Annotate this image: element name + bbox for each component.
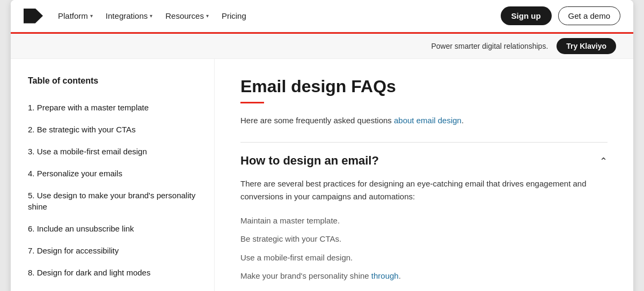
toc-item-1[interactable]: 1. Prepare with a master template <box>28 96 197 118</box>
nav-right: Sign up Get a demo <box>501 6 620 25</box>
nav-integrations-label: Integrations <box>106 11 148 20</box>
nav-pricing-label: Pricing <box>222 11 246 20</box>
article: Email design FAQs Here are some frequent… <box>215 59 633 291</box>
nav-platform-label: Platform <box>58 11 88 20</box>
get-demo-button[interactable]: Get a demo <box>558 6 620 25</box>
title-underline <box>240 102 264 103</box>
toc-list: 1. Prepare with a master template 2. Be … <box>28 96 197 283</box>
nav-links: Platform ▾ Integrations ▾ Resources ▾ Pr… <box>58 11 246 20</box>
toc-item-8[interactable]: 8. Design for dark and light modes <box>28 262 197 283</box>
chevron-down-icon: ▾ <box>206 13 209 19</box>
faq-list-item-4-text: Make your brand's personality shine <box>240 271 371 280</box>
intro-text: Here are some frequently asked questions <box>240 116 394 125</box>
signup-button[interactable]: Sign up <box>501 6 552 25</box>
nav-integrations[interactable]: Integrations ▾ <box>106 11 152 20</box>
toc-item-5[interactable]: 5. Use design to make your brand's perso… <box>28 184 197 218</box>
faq-answer: There are several best practices for des… <box>240 177 608 203</box>
chevron-up-icon[interactable]: ⌃ <box>599 155 608 167</box>
intro-text-end: . <box>462 116 464 125</box>
faq-list-item-4-period: . <box>399 271 401 280</box>
promo-text: Power smarter digital relationships. <box>431 42 548 50</box>
logo-icon[interactable] <box>24 9 43 24</box>
chevron-down-icon: ▾ <box>150 13 152 19</box>
toc-title: Table of contents <box>28 76 197 86</box>
chevron-down-icon: ▾ <box>90 13 93 19</box>
nav-resources[interactable]: Resources ▾ <box>165 11 209 20</box>
intro-link[interactable]: about email design <box>394 116 462 125</box>
toc-item-2[interactable]: 2. Be strategic with your CTAs <box>28 118 197 140</box>
faq-list: Maintain a master template. Be strategic… <box>240 212 608 286</box>
try-klaviyo-button[interactable]: Try Klaviyo <box>557 38 616 54</box>
nav-platform[interactable]: Platform ▾ <box>58 11 93 20</box>
faq-section: How to design an email? ⌃ There are seve… <box>240 142 608 286</box>
faq-list-item-4-link[interactable]: through <box>371 271 399 280</box>
sidebar: Table of contents 1. Prepare with a mast… <box>11 59 215 291</box>
faq-list-item-1: Maintain a master template. <box>240 212 608 230</box>
promo-bar: Power smarter digital relationships. Try… <box>11 34 633 59</box>
faq-list-item-4: Make your brand's personality shine thro… <box>240 267 608 286</box>
article-title: Email design FAQs <box>240 76 608 96</box>
navbar: Platform ▾ Integrations ▾ Resources ▾ Pr… <box>11 0 633 32</box>
toc-item-4[interactable]: 4. Personalize your emails <box>28 162 197 184</box>
nav-left: Platform ▾ Integrations ▾ Resources ▾ Pr… <box>24 9 246 24</box>
toc-item-7[interactable]: 7. Design for accessibility <box>28 240 197 262</box>
faq-list-item-3: Use a mobile-first email design. <box>240 249 608 267</box>
toc-item-3[interactable]: 3. Use a mobile-first email design <box>28 140 197 162</box>
nav-resources-label: Resources <box>165 11 204 20</box>
faq-question: How to design an email? <box>240 153 379 169</box>
faq-list-item-2: Be strategic with your CTAs. <box>240 230 608 249</box>
main-content: Table of contents 1. Prepare with a mast… <box>11 59 633 291</box>
faq-question-row: How to design an email? ⌃ <box>240 153 608 169</box>
toc-item-6[interactable]: 6. Include an unsubscribe link <box>28 218 197 240</box>
article-intro: Here are some frequently asked questions… <box>240 114 608 127</box>
nav-pricing[interactable]: Pricing <box>222 11 246 20</box>
